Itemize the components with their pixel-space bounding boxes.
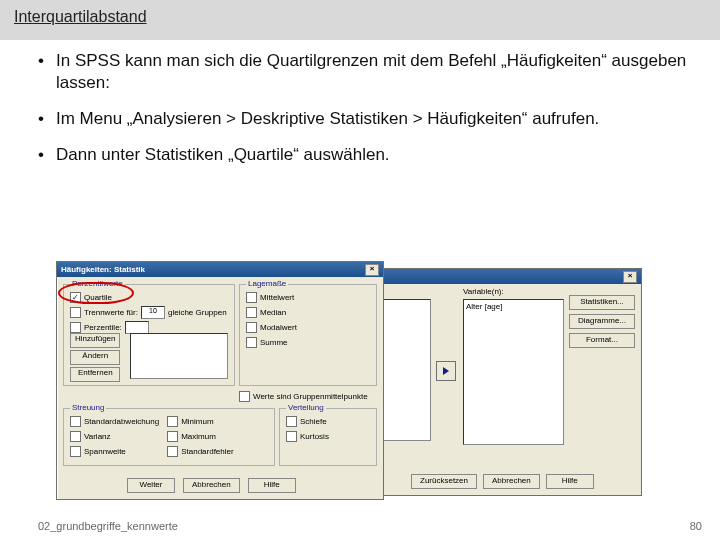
percentile-input[interactable]	[125, 321, 149, 334]
dialog-titlebar: ×	[351, 269, 641, 284]
percentile-group: Perzentilwerte Quartile Trennwerte für:1…	[63, 284, 235, 386]
mean-checkbox[interactable]: Mittelwert	[246, 291, 297, 303]
footer-left: 02_grundbegriffe_kennwerte	[38, 520, 178, 532]
median-checkbox[interactable]: Median	[246, 306, 297, 318]
dialog-titlebar: Häufigkeiten: Statistik ×	[57, 262, 383, 277]
skewness-checkbox[interactable]: Schiefe	[286, 415, 329, 427]
change-button[interactable]: Ändern	[70, 350, 120, 365]
help-button[interactable]: Hilfe	[248, 478, 296, 493]
format-button[interactable]: Format...	[569, 333, 635, 348]
slide-number: 80	[690, 520, 702, 532]
central-tendency-group: Lagemaße Mittelwert Median Modalwert Sum…	[239, 284, 377, 386]
reset-button[interactable]: Zurücksetzen	[411, 474, 477, 489]
statistics-dialog: Häufigkeiten: Statistik × Perzentilwerte…	[56, 261, 384, 500]
bullet-item: In SPSS kann man sich die Quartilgrenzen…	[38, 50, 692, 94]
remove-button[interactable]: Entfernen	[70, 367, 120, 382]
frequencies-dialog: × Variable(n): Alter [age] Statistiken..…	[350, 268, 642, 496]
range-checkbox[interactable]: Spannweite	[70, 445, 159, 457]
distribution-group: Verteilung Schiefe Kurtosis	[279, 408, 377, 466]
continue-button[interactable]: Weiter	[127, 478, 175, 493]
cutpoints-input[interactable]: 10	[141, 306, 165, 319]
move-variable-button[interactable]	[436, 361, 456, 381]
percentiles-checkbox[interactable]: Perzentile:	[70, 321, 227, 333]
slide-footer: 02_grundbegriffe_kennwerte 80	[38, 520, 702, 532]
percentile-list[interactable]	[130, 333, 228, 379]
add-button[interactable]: Hinzufügen	[70, 333, 120, 348]
kurtosis-checkbox[interactable]: Kurtosis	[286, 430, 329, 442]
stddev-checkbox[interactable]: Standardabweichung	[70, 415, 159, 427]
help-button[interactable]: Hilfe	[546, 474, 594, 489]
group-midpoints-checkbox[interactable]: Werte sind Gruppenmittelpunkte	[239, 390, 368, 402]
statistics-button[interactable]: Statistiken...	[569, 295, 635, 310]
mode-checkbox[interactable]: Modalwert	[246, 321, 297, 333]
stderr-checkbox[interactable]: Standardfehler	[167, 445, 233, 457]
variable-item: Alter [age]	[466, 302, 561, 311]
cancel-button[interactable]: Abbrechen	[483, 474, 540, 489]
dispersion-group: Streuung Standardabweichung Minimum Vari…	[63, 408, 275, 466]
cancel-button[interactable]: Abbrechen	[183, 478, 240, 493]
bullet-list: In SPSS kann man sich die Quartilgrenzen…	[0, 50, 720, 166]
maximum-checkbox[interactable]: Maximum	[167, 430, 233, 442]
minimum-checkbox[interactable]: Minimum	[167, 415, 233, 427]
svg-marker-0	[443, 367, 449, 375]
quartile-checkbox[interactable]: Quartile	[70, 291, 227, 303]
dialog-title-text: Häufigkeiten: Statistik	[61, 265, 145, 274]
close-icon[interactable]: ×	[623, 271, 637, 283]
variance-checkbox[interactable]: Varianz	[70, 430, 159, 442]
variables-label: Variable(n):	[463, 287, 504, 296]
charts-button[interactable]: Diagramme...	[569, 314, 635, 329]
slide-title: Interquartilabstand	[0, 0, 720, 40]
target-variable-list[interactable]: Alter [age]	[463, 299, 564, 445]
cutpoints-checkbox[interactable]: Trennwerte für:10gleiche Gruppen	[70, 306, 227, 318]
sum-checkbox[interactable]: Summe	[246, 336, 297, 348]
close-icon[interactable]: ×	[365, 264, 379, 276]
bullet-item: Im Menu „Analysieren > Deskriptive Stati…	[38, 108, 692, 130]
bullet-item: Dann unter Statistiken „Quartile“ auswäh…	[38, 144, 692, 166]
